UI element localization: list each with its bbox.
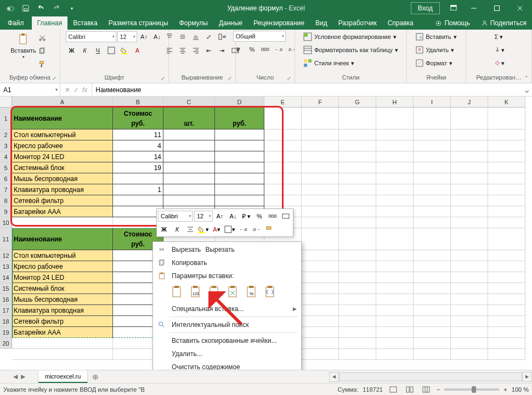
cell[interactable] [113, 173, 163, 184]
cell[interactable]: Кресло рабочее [12, 261, 113, 272]
add-sheet-button[interactable]: ⊕ [88, 370, 103, 383]
cell[interactable] [302, 129, 339, 140]
number-format-combo[interactable]: Общий▾ [233, 31, 286, 42]
row-header-3[interactable]: 3 [0, 140, 12, 151]
cell[interactable] [414, 217, 451, 228]
cell[interactable] [339, 338, 376, 349]
insert-cells-button[interactable]: ＋Вставить ▾ [414, 31, 459, 43]
cell[interactable] [302, 316, 339, 327]
cell[interactable] [339, 294, 376, 305]
cell[interactable]: Сетевой фильтр [12, 316, 113, 327]
cell[interactable] [302, 162, 339, 173]
col-header-K[interactable]: K [488, 97, 525, 108]
cell[interactable] [376, 338, 414, 349]
row-header-10[interactable]: 10 [0, 217, 12, 228]
mini-shrink-font-icon[interactable]: A↓ [227, 210, 239, 222]
cell[interactable] [488, 338, 525, 349]
cell[interactable] [414, 261, 451, 272]
zoom-level[interactable]: 100 % [512, 386, 529, 393]
mini-grow-font-icon[interactable]: A↑ [214, 210, 226, 222]
cell[interactable] [414, 108, 451, 129]
row-header-15[interactable]: 15 [0, 283, 12, 294]
align-left-icon[interactable] [163, 44, 176, 57]
cell[interactable] [302, 184, 339, 195]
page-layout-view-icon[interactable] [404, 385, 416, 394]
cell[interactable] [339, 250, 376, 261]
cell[interactable] [451, 327, 488, 338]
cell[interactable] [414, 250, 451, 261]
cell[interactable] [488, 294, 525, 305]
autosum-icon[interactable]: Σ ▾ [493, 31, 505, 43]
cell[interactable] [163, 195, 215, 206]
cell[interactable] [488, 305, 525, 316]
tab-view[interactable]: Вид [310, 16, 333, 30]
cell[interactable] [414, 162, 451, 173]
cell[interactable] [163, 162, 215, 173]
cell[interactable] [414, 140, 451, 151]
cell[interactable] [414, 327, 451, 338]
cell[interactable] [451, 338, 488, 349]
cell[interactable] [451, 129, 488, 140]
sheet-nav[interactable]: ◀▶ [0, 370, 38, 383]
fx-icon[interactable]: fx [82, 86, 87, 94]
cell-styles-button[interactable]: Стили ячеек ▾ [301, 57, 356, 69]
cell[interactable] [302, 195, 339, 206]
cell[interactable] [12, 338, 113, 349]
cell[interactable] [414, 195, 451, 206]
cell[interactable] [339, 184, 376, 195]
page-break-view-icon[interactable] [420, 385, 432, 394]
cell[interactable] [302, 206, 339, 217]
col-header-E[interactable]: E [264, 97, 302, 108]
cell[interactable]: Кресло рабочее [12, 140, 113, 151]
cell[interactable] [414, 151, 451, 162]
cell[interactable] [376, 173, 414, 184]
underline-button[interactable]: Ч [92, 44, 104, 57]
cell[interactable] [451, 206, 488, 217]
cell[interactable]: Стол компьютерный [12, 250, 113, 261]
tab-formulas[interactable]: Формулы [174, 16, 213, 30]
cell[interactable] [414, 206, 451, 217]
cell[interactable] [451, 272, 488, 283]
normal-view-icon[interactable] [387, 385, 399, 394]
cell[interactable] [376, 140, 414, 151]
ctx-insert-copied[interactable]: Вставить скопированные ячейки... [153, 334, 301, 347]
align-bottom-icon[interactable] [190, 31, 202, 43]
cell[interactable] [451, 140, 488, 151]
decrease-indent-icon[interactable]: ⇤ [203, 44, 215, 57]
cell[interactable] [163, 140, 215, 151]
cell[interactable] [376, 151, 414, 162]
cell[interactable] [414, 129, 451, 140]
login-button[interactable]: Вход [411, 2, 440, 14]
cell[interactable] [302, 338, 339, 349]
mini-font-combo[interactable]: Calibri▾ [158, 211, 193, 222]
row-header-6[interactable]: 6 [0, 173, 12, 184]
cell[interactable] [264, 108, 302, 129]
cell[interactable]: Мышь беспроводная [12, 294, 113, 305]
zoom-out-button[interactable]: − [437, 386, 440, 393]
font-size-combo[interactable]: 12▾ [117, 31, 137, 42]
cell[interactable] [113, 195, 163, 206]
undo-icon[interactable] [34, 2, 48, 15]
mini-border-icon[interactable]: ▾ [224, 223, 236, 235]
cell[interactable] [339, 228, 376, 250]
cell[interactable] [414, 294, 451, 305]
zoom-slider[interactable] [444, 388, 499, 391]
mini-format-painter-icon[interactable] [263, 223, 275, 235]
cell[interactable] [451, 195, 488, 206]
cell[interactable] [488, 162, 525, 173]
cell[interactable] [339, 129, 376, 140]
cancel-formula-icon[interactable]: ✕ [65, 86, 70, 94]
cell[interactable] [264, 184, 302, 195]
mini-comma-icon[interactable]: 000 [267, 210, 279, 222]
cell[interactable] [488, 184, 525, 195]
cell[interactable] [302, 151, 339, 162]
cell[interactable]: Батарейки ААА [12, 327, 113, 338]
cell[interactable] [451, 108, 488, 129]
row-header-1[interactable]: 1 [0, 108, 12, 129]
tab-developer[interactable]: Разработчик [333, 16, 382, 30]
increase-decimal-icon[interactable]: ←.0 [273, 43, 285, 55]
maximize-button[interactable] [486, 0, 508, 16]
cell[interactable] [302, 261, 339, 272]
cell[interactable] [414, 184, 451, 195]
cell[interactable] [339, 261, 376, 272]
